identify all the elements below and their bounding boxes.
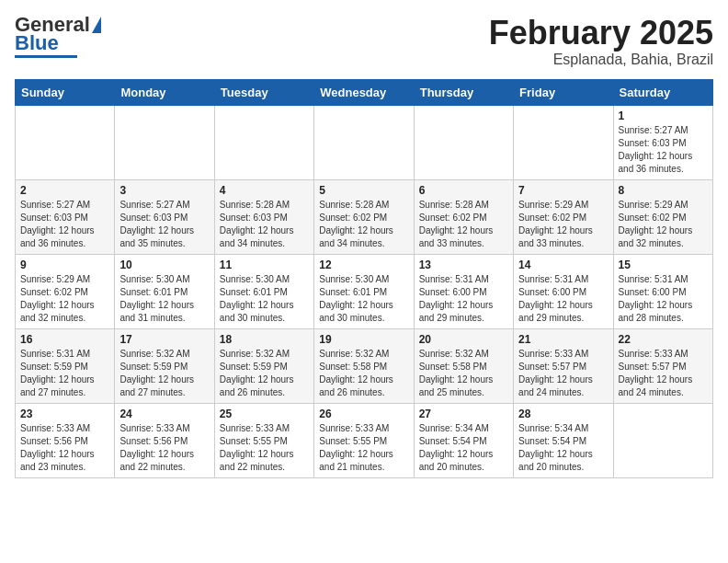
calendar-day-cell: 7Sunrise: 5:29 AM Sunset: 6:02 PM Daylig… [514,179,613,254]
day-info: Sunrise: 5:28 AM Sunset: 6:02 PM Dayligh… [319,199,408,250]
day-info: Sunrise: 5:32 AM Sunset: 5:59 PM Dayligh… [119,348,209,399]
weekday-header-saturday: Saturday [613,79,712,105]
day-number: 12 [319,259,408,271]
weekday-header-friday: Friday [514,79,613,105]
calendar-day-cell: 14Sunrise: 5:31 AM Sunset: 6:00 PM Dayli… [514,254,613,328]
day-number: 15 [619,259,708,271]
calendar-day-cell: 1Sunrise: 5:27 AM Sunset: 6:03 PM Daylig… [613,105,712,179]
day-number: 25 [220,408,309,420]
calendar-day-cell: 13Sunrise: 5:31 AM Sunset: 6:00 PM Dayli… [414,254,513,328]
day-number: 16 [20,333,109,346]
day-info: Sunrise: 5:28 AM Sunset: 6:02 PM Dayligh… [419,199,508,250]
day-info: Sunrise: 5:32 AM Sunset: 5:59 PM Dayligh… [220,348,309,399]
calendar-day-cell: 27Sunrise: 5:34 AM Sunset: 5:54 PM Dayli… [414,403,513,477]
day-info: Sunrise: 5:34 AM Sunset: 5:54 PM Dayligh… [419,422,508,474]
day-info: Sunrise: 5:33 AM Sunset: 5:56 PM Dayligh… [20,422,109,474]
calendar-day-cell: 9Sunrise: 5:29 AM Sunset: 6:02 PM Daylig… [16,254,115,328]
weekday-header-row: SundayMondayTuesdayWednesdayThursdayFrid… [16,79,713,105]
day-number: 6 [419,184,508,197]
day-info: Sunrise: 5:33 AM Sunset: 5:55 PM Dayligh… [319,422,408,474]
day-number: 22 [619,333,708,346]
day-number: 18 [220,333,309,346]
day-info: Sunrise: 5:30 AM Sunset: 6:01 PM Dayligh… [119,273,209,325]
day-number: 20 [419,333,508,346]
calendar-week-row: 9Sunrise: 5:29 AM Sunset: 6:02 PM Daylig… [16,254,713,328]
day-info: Sunrise: 5:31 AM Sunset: 6:00 PM Dayligh… [518,273,608,325]
calendar-day-cell: 2Sunrise: 5:27 AM Sunset: 6:03 PM Daylig… [16,179,115,254]
day-info: Sunrise: 5:27 AM Sunset: 6:03 PM Dayligh… [20,199,109,250]
day-info: Sunrise: 5:30 AM Sunset: 6:01 PM Dayligh… [319,273,408,325]
day-info: Sunrise: 5:31 AM Sunset: 6:00 PM Dayligh… [619,273,708,325]
day-info: Sunrise: 5:34 AM Sunset: 5:54 PM Dayligh… [518,422,608,474]
logo: General Blue [15,15,101,58]
calendar-day-cell: 4Sunrise: 5:28 AM Sunset: 6:03 PM Daylig… [214,179,313,254]
day-number: 7 [518,184,608,197]
day-info: Sunrise: 5:29 AM Sunset: 6:02 PM Dayligh… [20,273,109,325]
calendar-day-cell: 26Sunrise: 5:33 AM Sunset: 5:55 PM Dayli… [314,403,414,477]
day-number: 23 [20,408,109,420]
logo-underline [15,55,77,58]
day-number: 5 [319,184,408,197]
calendar-day-cell: 22Sunrise: 5:33 AM Sunset: 5:57 PM Dayli… [613,328,712,403]
calendar-day-cell: 28Sunrise: 5:34 AM Sunset: 5:54 PM Dayli… [514,403,613,477]
day-number: 28 [518,408,608,420]
weekday-header-tuesday: Tuesday [214,79,313,105]
calendar-day-cell [214,105,313,179]
calendar-day-cell [115,105,214,179]
day-info: Sunrise: 5:31 AM Sunset: 6:00 PM Dayligh… [419,273,508,325]
calendar-day-cell [613,403,712,477]
day-info: Sunrise: 5:30 AM Sunset: 6:01 PM Dayligh… [220,273,309,325]
day-info: Sunrise: 5:32 AM Sunset: 5:58 PM Dayligh… [419,348,508,399]
day-number: 3 [119,184,209,197]
day-info: Sunrise: 5:28 AM Sunset: 6:03 PM Dayligh… [220,199,309,250]
calendar-day-cell: 11Sunrise: 5:30 AM Sunset: 6:01 PM Dayli… [214,254,313,328]
calendar-week-row: 2Sunrise: 5:27 AM Sunset: 6:03 PM Daylig… [16,179,713,254]
calendar-day-cell [414,105,513,179]
page-header: General Blue February 2025 Esplanada, Ba… [15,15,713,68]
day-number: 9 [20,259,109,271]
day-number: 27 [419,408,508,420]
calendar-day-cell [514,105,613,179]
calendar-day-cell: 23Sunrise: 5:33 AM Sunset: 5:56 PM Dayli… [16,403,115,477]
calendar-day-cell: 3Sunrise: 5:27 AM Sunset: 6:03 PM Daylig… [115,179,214,254]
day-number: 13 [419,259,508,271]
calendar-subtitle: Esplanada, Bahia, Brazil [489,52,713,68]
day-number: 10 [119,259,209,271]
day-number: 19 [319,333,408,346]
day-info: Sunrise: 5:29 AM Sunset: 6:02 PM Dayligh… [518,199,608,250]
calendar-day-cell: 17Sunrise: 5:32 AM Sunset: 5:59 PM Dayli… [115,328,214,403]
day-number: 26 [319,408,408,420]
day-info: Sunrise: 5:33 AM Sunset: 5:55 PM Dayligh… [220,422,309,474]
calendar-day-cell [16,105,115,179]
day-info: Sunrise: 5:33 AM Sunset: 5:57 PM Dayligh… [518,348,608,399]
calendar-day-cell: 10Sunrise: 5:30 AM Sunset: 6:01 PM Dayli… [115,254,214,328]
calendar-day-cell: 21Sunrise: 5:33 AM Sunset: 5:57 PM Dayli… [514,328,613,403]
calendar-week-row: 23Sunrise: 5:33 AM Sunset: 5:56 PM Dayli… [16,403,713,477]
calendar-day-cell [314,105,414,179]
day-number: 2 [20,184,109,197]
day-number: 8 [619,184,708,197]
calendar-day-cell: 12Sunrise: 5:30 AM Sunset: 6:01 PM Dayli… [314,254,414,328]
day-info: Sunrise: 5:27 AM Sunset: 6:03 PM Dayligh… [119,199,209,250]
day-number: 14 [518,259,608,271]
calendar-day-cell: 20Sunrise: 5:32 AM Sunset: 5:58 PM Dayli… [414,328,513,403]
weekday-header-sunday: Sunday [16,79,115,105]
day-info: Sunrise: 5:29 AM Sunset: 6:02 PM Dayligh… [619,199,708,250]
day-number: 1 [619,109,708,122]
day-number: 21 [518,333,608,346]
day-info: Sunrise: 5:27 AM Sunset: 6:03 PM Dayligh… [619,124,708,176]
calendar-week-row: 1Sunrise: 5:27 AM Sunset: 6:03 PM Daylig… [16,105,713,179]
calendar-day-cell: 24Sunrise: 5:33 AM Sunset: 5:56 PM Dayli… [115,403,214,477]
calendar-day-cell: 6Sunrise: 5:28 AM Sunset: 6:02 PM Daylig… [414,179,513,254]
day-info: Sunrise: 5:31 AM Sunset: 5:59 PM Dayligh… [20,348,109,399]
calendar-day-cell: 8Sunrise: 5:29 AM Sunset: 6:02 PM Daylig… [613,179,712,254]
calendar-day-cell: 5Sunrise: 5:28 AM Sunset: 6:02 PM Daylig… [314,179,414,254]
calendar-day-cell: 19Sunrise: 5:32 AM Sunset: 5:58 PM Dayli… [314,328,414,403]
day-info: Sunrise: 5:32 AM Sunset: 5:58 PM Dayligh… [319,348,408,399]
day-info: Sunrise: 5:33 AM Sunset: 5:56 PM Dayligh… [119,422,209,474]
calendar-day-cell: 16Sunrise: 5:31 AM Sunset: 5:59 PM Dayli… [16,328,115,403]
day-number: 17 [119,333,209,346]
calendar-day-cell: 25Sunrise: 5:33 AM Sunset: 5:55 PM Dayli… [214,403,313,477]
weekday-header-thursday: Thursday [414,79,513,105]
day-number: 24 [119,408,209,420]
